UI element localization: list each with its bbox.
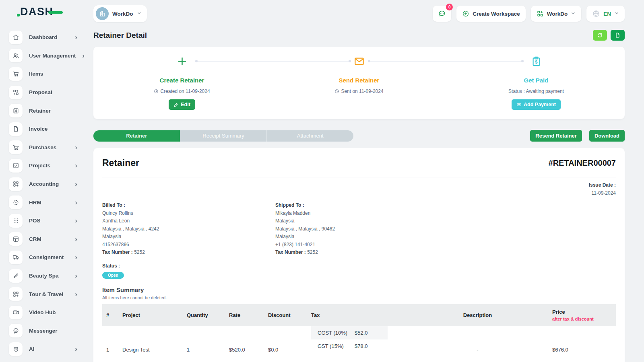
ai-icon xyxy=(9,342,23,356)
chat-icon xyxy=(438,10,446,18)
sidebar-item-hrm[interactable]: HRM › xyxy=(9,193,89,212)
status-badge: Open xyxy=(102,272,124,279)
chevron-right-icon: › xyxy=(75,217,77,224)
language-label: EN xyxy=(603,11,611,17)
sidebar-item-label: Consignment xyxy=(29,254,68,260)
col-project: Project xyxy=(118,304,183,326)
chevron-right-icon: › xyxy=(75,34,77,41)
sidebar-item-beauty-spa[interactable]: Beauty Spa › xyxy=(9,267,89,285)
download-button[interactable]: Download xyxy=(589,130,625,142)
sidebar-item-label: Beauty Spa xyxy=(29,273,68,279)
cell-tax: CGST (10%) $52.0 GST (15%) $78.0 xyxy=(307,326,407,358)
chevron-right-icon: › xyxy=(75,199,77,206)
sidebar-item-label: Tour & Travel xyxy=(29,291,68,297)
col-quantity: Quantity xyxy=(183,304,225,326)
refresh-button[interactable] xyxy=(593,30,607,41)
workspace-menu-button[interactable]: WorkDo xyxy=(531,6,582,22)
tab-receipt-summary[interactable]: Receipt Summary xyxy=(180,130,267,142)
sidebar-item-consignment[interactable]: Consignment › xyxy=(9,248,89,267)
globe-icon xyxy=(592,10,600,18)
billed-to-line: 4152637896 xyxy=(102,242,275,247)
projects-icon xyxy=(9,159,23,173)
tab-retainer[interactable]: Retainer xyxy=(93,130,180,142)
resend-retainer-button[interactable]: Resend Retainer xyxy=(530,130,582,142)
shipped-to-block: Shipped To : Mikayla Madden Malaysia Mal… xyxy=(275,202,448,257)
export-pdf-button[interactable] xyxy=(611,30,625,41)
workspace-selector[interactable]: WorkDo xyxy=(93,5,147,22)
create-workspace-button[interactable]: Create Workspace xyxy=(456,6,526,22)
sidebar-item-crm[interactable]: CRM › xyxy=(9,230,89,249)
step-meta: Sent on 11-09-2024 xyxy=(334,88,383,94)
workflow-connector xyxy=(369,61,523,62)
step-title: Get Paid xyxy=(524,77,549,84)
sidebar-item-user-management[interactable]: User Management › xyxy=(9,47,89,65)
item-summary-title: Item Summary xyxy=(102,286,616,293)
messages-badge: 0 xyxy=(446,4,453,10)
issue-date-block: Issue Date : 11-09-2024 xyxy=(102,182,616,196)
sidebar-item-label: CRM xyxy=(29,236,68,242)
chevron-right-icon: › xyxy=(75,272,77,279)
shipped-to-line: +1 (823) 141-4021 xyxy=(275,242,448,247)
create-workspace-label: Create Workspace xyxy=(473,11,520,17)
workspace-menu-label: WorkDo xyxy=(547,11,568,17)
retainer-icon xyxy=(9,104,23,117)
sidebar-item-label: Projects xyxy=(29,162,68,169)
edit-button[interactable]: Edit xyxy=(169,99,195,110)
messages-button[interactable]: 0 xyxy=(433,6,451,22)
sidebar-item-retainer[interactable]: Retainer › xyxy=(9,101,89,120)
shipped-to-line: Malaysia xyxy=(275,218,448,224)
sidebar-menu: Dashboard › User Management › Items › Pr… xyxy=(0,23,89,358)
sidebar-item-items[interactable]: Items › xyxy=(9,65,89,83)
chevron-right-icon: › xyxy=(75,346,77,352)
cell-description: - xyxy=(407,326,548,358)
plus-icon xyxy=(177,55,188,67)
col-index: # xyxy=(102,304,118,326)
sidebar-item-proposal[interactable]: Proposal › xyxy=(9,83,89,102)
sidebar-item-ai[interactable]: AI › xyxy=(9,340,89,358)
billed-to-line: Malaysia xyxy=(102,234,275,239)
sidebar-item-label: Items xyxy=(29,71,68,77)
sidebar-item-pos[interactable]: POS › xyxy=(9,212,89,230)
document-title: Retainer xyxy=(102,158,139,169)
banknote-icon xyxy=(516,102,522,107)
workflow-step-send-retainer: Send Retainer Sent on 11-09-2024 xyxy=(270,47,448,119)
sidebar-item-label: AI xyxy=(29,346,68,352)
sidebar-item-purchases[interactable]: Purchases › xyxy=(9,138,89,157)
dash-logo[interactable]: DASH xyxy=(0,0,89,23)
cell-project: Design Test xyxy=(118,326,183,358)
sidebar-item-label: Messenger xyxy=(29,328,68,334)
cell-discount: $0.0 xyxy=(264,326,307,358)
chevron-right-icon: › xyxy=(75,144,77,151)
logo-accent-bar xyxy=(48,11,63,14)
table-header-row: # Project Quantity Rate Discount Tax Des… xyxy=(102,304,616,326)
sidebar-item-accounting[interactable]: Accounting › xyxy=(9,175,89,193)
beauty-spa-icon xyxy=(9,269,23,283)
add-payment-button[interactable]: Add Payment xyxy=(512,99,561,110)
shipped-to-line: Malaysia , Malaysia , 90462 xyxy=(275,226,448,232)
tab-attachment[interactable]: Attachment xyxy=(266,130,353,142)
refresh-icon xyxy=(597,32,603,38)
sidebar-item-invoice[interactable]: Invoice › xyxy=(9,120,89,138)
workspace-name: WorkDo xyxy=(112,11,133,17)
billed-to-line: Quincy Rollins xyxy=(102,210,275,216)
language-selector[interactable]: EN xyxy=(586,6,625,22)
workflow-step-create-retainer: Create Retainer Created on 11-09-2024 Ed… xyxy=(93,47,270,119)
step-meta: Status : Awaiting payment xyxy=(508,88,564,94)
logo-accent-dot xyxy=(17,14,20,16)
workflow-connector xyxy=(196,61,350,62)
shipped-to-tax: Tax Number : 5252 xyxy=(275,249,448,255)
sidebar-item-messenger[interactable]: Messenger › xyxy=(9,322,89,340)
sidebar-item-projects[interactable]: Projects › xyxy=(9,156,89,175)
file-icon xyxy=(615,32,621,38)
sidebar-item-video-hub[interactable]: Video Hub › xyxy=(9,303,89,322)
step-title: Send Retainer xyxy=(339,77,380,84)
sidebar-item-dashboard[interactable]: Dashboard › xyxy=(9,28,89,47)
building-icon xyxy=(99,10,106,17)
shipped-to-line: Mikayla Madden xyxy=(275,210,448,216)
video-hub-icon xyxy=(9,306,23,319)
sidebar-item-tour-travel[interactable]: Tour & Travel › xyxy=(9,285,89,303)
clock-icon xyxy=(334,89,339,94)
chevron-down-icon xyxy=(137,10,142,17)
cell-price: $676.0 xyxy=(548,326,616,358)
workspace-avatar xyxy=(96,7,109,20)
